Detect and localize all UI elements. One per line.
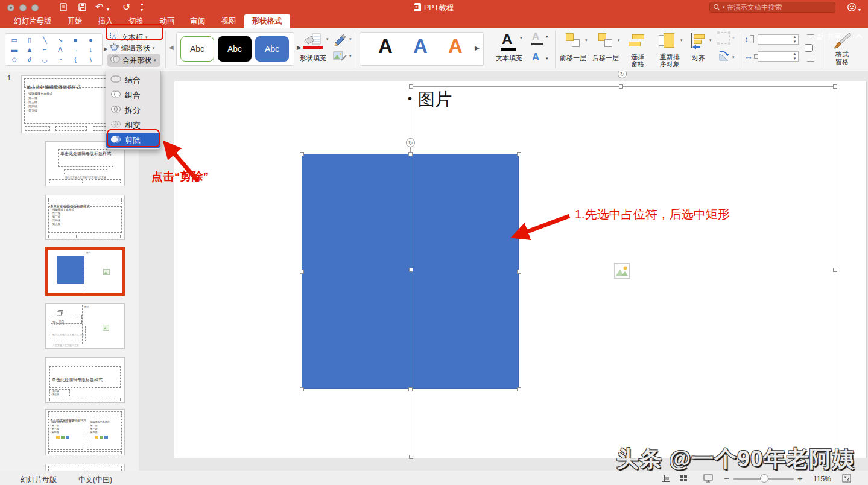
rotate-objects-caret-icon[interactable]: ▾ [732, 55, 735, 60]
width-stepper[interactable]: ▲▼ [791, 51, 798, 62]
selection-pane-button[interactable]: 选择窗格 [625, 54, 650, 68]
bring-forward-button[interactable]: 前移一层 [556, 55, 590, 62]
reorder-objects-caret-icon[interactable]: ▾ [680, 38, 683, 43]
slide-sorter-icon[interactable] [680, 475, 688, 484]
shape-icon[interactable]: ▬ [7, 45, 22, 54]
slide-thumbnail-layout[interactable]: 单击此处编辑母版标题样式 编辑母版文本样式 第二级 第三级 第四级 编辑母版文本… [45, 409, 125, 455]
tab-view[interactable]: 视图 [214, 14, 244, 28]
style-gallery-prev-icon[interactable]: ◀ [169, 44, 174, 51]
normal-view-icon[interactable] [662, 475, 670, 484]
shape-icon[interactable]: ╲ [37, 36, 52, 44]
menu-item-union[interactable]: 结合 [106, 72, 160, 87]
text-effects-button[interactable]: A [532, 51, 539, 63]
reorder-objects-button[interactable]: 重新排序对象 [653, 54, 686, 68]
selection-handle[interactable] [300, 270, 304, 274]
shape-fill-button[interactable] [303, 33, 322, 50]
height-stepper[interactable]: ▲▼ [791, 34, 798, 45]
wordart-style-option[interactable]: A [407, 35, 434, 58]
feedback-smiley-icon[interactable] [847, 2, 857, 14]
shape-icon[interactable]: ■ [68, 36, 83, 44]
text-outline-caret-icon[interactable]: ▾ [546, 34, 548, 39]
selection-handle[interactable] [619, 84, 623, 89]
shape-icon[interactable]: ◡ [37, 55, 52, 63]
shape-effects-caret-icon[interactable]: ▾ [349, 54, 352, 59]
selection-handle[interactable] [300, 152, 304, 156]
slideshow-icon[interactable] [703, 474, 713, 484]
edit-shape-button[interactable]: 编辑形状▾ [110, 43, 155, 54]
zoom-window-icon[interactable] [31, 4, 39, 11]
shape-effects-button[interactable] [333, 50, 347, 64]
wordart-gallery-next-icon[interactable]: ▶ [475, 45, 480, 51]
merge-shapes-button[interactable]: 合并形状▾ [107, 54, 160, 67]
text-outline-button[interactable]: A [532, 31, 539, 43]
save-icon[interactable] [78, 2, 87, 14]
search-box[interactable]: ▾ [709, 2, 835, 13]
tab-insert[interactable]: 插入 [90, 14, 121, 28]
minimize-window-icon[interactable] [19, 4, 27, 11]
shape-icon[interactable]: ◇ [7, 55, 22, 63]
picture-placeholder-icon[interactable] [614, 263, 630, 281]
text-fill-button[interactable]: A [502, 31, 512, 48]
tab-home[interactable]: 开始 [60, 14, 90, 28]
undo-icon[interactable]: ↶ [95, 2, 103, 12]
redo-icon[interactable]: ↺ [122, 2, 130, 12]
selection-handle[interactable] [408, 387, 413, 391]
tab-shape-format[interactable]: 形状格式 [244, 14, 290, 28]
shape-style-option[interactable]: Abc [255, 36, 289, 62]
wordart-style-option[interactable]: A [442, 35, 469, 58]
zoom-level[interactable]: 115% [813, 475, 831, 483]
shape-icon[interactable]: → [68, 45, 83, 54]
align-button[interactable]: 对齐 [685, 55, 712, 62]
zoom-in-button[interactable]: + [797, 473, 803, 483]
align-caret-icon[interactable]: ▾ [709, 38, 712, 43]
shape-icon[interactable]: { [68, 55, 83, 63]
content-placeholder-text[interactable]: • 图片 [408, 88, 452, 111]
fit-to-window-icon[interactable] [842, 474, 851, 484]
shape-icon[interactable]: ∂ [22, 55, 37, 63]
send-backward-button[interactable]: 后移一层 [589, 55, 622, 62]
feedback-caret-icon[interactable]: ▾ [858, 5, 861, 15]
zoom-slider-thumb[interactable] [760, 474, 768, 483]
style-gallery-next-icon[interactable]: ▶ [297, 44, 302, 51]
search-scope-caret-icon[interactable]: ▾ [723, 5, 725, 10]
text-effects-caret-icon[interactable]: ▾ [546, 56, 548, 61]
shape-icon[interactable]: ▲ [22, 45, 37, 54]
menu-item-subtract[interactable]: 剪除 [106, 133, 160, 148]
shape-icon[interactable]: ● [83, 36, 98, 44]
slide-thumbnail-layout[interactable]: 图片 标题 输入正文输入正文输入正文输入正文输入正文输入正文 [45, 303, 125, 349]
selection-handle[interactable] [409, 268, 413, 272]
slide-thumbnail-layout[interactable]: 单击此处编辑母版标题样式 第二级 第三级 [45, 357, 125, 403]
menu-item-intersect[interactable]: 相交 [106, 118, 160, 133]
shape-gallery-expand-icon[interactable]: ▶ [104, 46, 108, 52]
rectangle-rotate-handle[interactable]: ↻ [406, 138, 415, 147]
tab-slide-master[interactable]: 幻灯片母版 [6, 14, 60, 28]
selection-handle[interactable] [517, 152, 521, 156]
selection-handle[interactable] [833, 84, 837, 89]
menu-item-combine[interactable]: 组合 [106, 87, 160, 103]
bring-forward-caret-icon[interactable]: ▾ [585, 38, 588, 43]
tab-transitions[interactable]: 切换 [121, 14, 152, 28]
slide-thumbnail-selected[interactable]: 图片 [45, 247, 125, 296]
shape-outline-caret-icon[interactable]: ▾ [349, 37, 352, 42]
send-backward-caret-icon[interactable]: ▾ [618, 38, 620, 43]
selection-handle[interactable] [300, 387, 304, 391]
shape-icon[interactable]: ↘ [52, 36, 68, 44]
search-input[interactable] [727, 4, 823, 11]
selection-handle[interactable] [408, 152, 413, 156]
menu-item-fragment[interactable]: 拆分 [106, 103, 160, 118]
selection-handle[interactable] [409, 455, 413, 459]
status-language[interactable]: 中文(中国) [78, 475, 112, 485]
share-button[interactable]: 共享 [816, 31, 841, 42]
shape-icon[interactable]: ⌐ [37, 45, 52, 54]
textbox-button[interactable]: A 文本框▾ [110, 32, 148, 43]
shape-icon[interactable]: ↓ [83, 45, 98, 54]
shape-style-option[interactable]: Abc [218, 36, 252, 62]
shape-style-option[interactable]: Abc [180, 36, 214, 62]
shape-icon[interactable]: ▯ [22, 36, 37, 44]
shape-icon[interactable]: ~ [52, 55, 68, 63]
tab-animations[interactable]: 动画 [152, 14, 183, 28]
selection-handle[interactable] [517, 387, 521, 391]
selection-handle[interactable] [409, 84, 413, 89]
close-window-icon[interactable] [7, 4, 14, 11]
slide-thumbnail-layout[interactable]: 单击此处编辑母版标题样式 编辑母版文本样式 第二级 第三级 第四级 第五级 [45, 195, 125, 240]
